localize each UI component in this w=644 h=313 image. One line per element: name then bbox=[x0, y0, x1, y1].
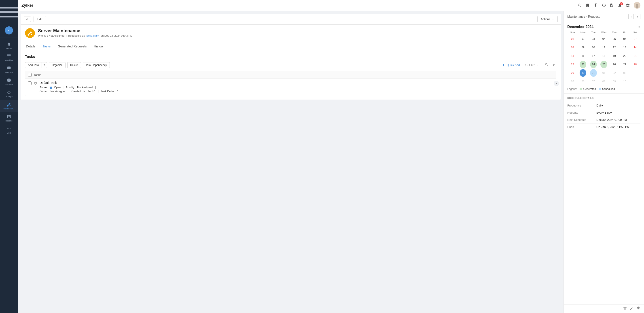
actions-button[interactable]: Actions bbox=[537, 16, 558, 22]
panel-next-button[interactable]: › bbox=[635, 14, 640, 19]
sidebar-item-problems[interactable]: Problems bbox=[0, 76, 18, 88]
table-search-button[interactable] bbox=[544, 62, 549, 68]
cal-day-31[interactable]: 31 bbox=[590, 69, 597, 77]
tasks-section-title: Tasks bbox=[25, 55, 556, 59]
legend-generated-dot bbox=[580, 88, 582, 90]
cal-day-next-07[interactable]: 07 bbox=[590, 78, 597, 85]
notifications-icon[interactable]: 1 bbox=[618, 3, 622, 8]
task-checkbox[interactable] bbox=[28, 81, 32, 85]
cal-day-02[interactable]: 02 bbox=[580, 35, 586, 43]
edit-button[interactable]: Edit bbox=[34, 16, 46, 22]
bookmark-icon[interactable] bbox=[586, 3, 590, 8]
expand-column-button[interactable]: › bbox=[554, 81, 559, 86]
cal-day-09[interactable]: 09 bbox=[580, 44, 586, 51]
cal-day-next-02[interactable]: 02 bbox=[611, 69, 618, 77]
next-page-button[interactable]: › bbox=[540, 63, 542, 67]
requested-by-link[interactable]: Bella Mark bbox=[86, 34, 99, 37]
cal-day-next-05[interactable]: 05 bbox=[569, 78, 576, 85]
hamburger-menu[interactable] bbox=[0, 0, 18, 24]
cal-day-19[interactable]: 19 bbox=[611, 52, 618, 60]
sidebar-item-reports[interactable]: Reports bbox=[0, 112, 18, 124]
cal-day-next-08[interactable]: 08 bbox=[600, 78, 607, 85]
calendar-next-button[interactable]: › bbox=[639, 25, 640, 29]
cal-day-03[interactable]: 03 bbox=[590, 35, 597, 43]
cal-day-08[interactable]: 08 bbox=[569, 44, 576, 51]
tab-generated-requests[interactable]: Generated Requests bbox=[57, 42, 88, 51]
panel-header: Maintenance - Request ‹ › bbox=[564, 11, 644, 22]
add-task-dropdown[interactable]: ▾ bbox=[42, 62, 47, 68]
history-icon[interactable] bbox=[602, 3, 606, 8]
status-dot bbox=[50, 87, 52, 89]
sidebar-item-more[interactable]: More bbox=[0, 124, 18, 136]
prev-page-button[interactable]: ‹ bbox=[537, 63, 539, 67]
panel-prev-button[interactable]: ‹ bbox=[628, 14, 634, 19]
settings-icon[interactable] bbox=[626, 3, 630, 8]
cal-day-12[interactable]: 12 bbox=[611, 44, 618, 51]
delete-button[interactable]: Delete bbox=[67, 62, 81, 68]
panel-nav: ‹ › bbox=[628, 14, 640, 19]
tab-tasks[interactable]: Tasks bbox=[42, 42, 52, 51]
cal-day-23[interactable]: 23 bbox=[580, 61, 586, 68]
cal-day-16[interactable]: 16 bbox=[580, 52, 586, 60]
add-task-button[interactable]: Add Task bbox=[25, 62, 42, 68]
lightbulb-icon[interactable] bbox=[636, 306, 640, 311]
cal-day-28[interactable]: 28 bbox=[632, 61, 639, 68]
search-icon[interactable] bbox=[577, 3, 582, 8]
cal-day-next-03[interactable]: 03 bbox=[622, 69, 628, 77]
cal-day-14[interactable]: 14 bbox=[632, 44, 639, 51]
cal-day-17[interactable]: 17 bbox=[590, 52, 597, 60]
sidebar-item-changes[interactable]: Changes bbox=[0, 88, 18, 100]
cal-day-07[interactable]: 07 bbox=[632, 35, 639, 43]
cal-day-29[interactable]: 29 bbox=[569, 69, 576, 77]
sidebar-label-reports: Reports bbox=[5, 120, 12, 122]
edit-icon[interactable] bbox=[630, 306, 634, 311]
cal-day-01[interactable]: 01 bbox=[569, 35, 576, 43]
back-button[interactable] bbox=[24, 17, 31, 22]
tab-details[interactable]: Details bbox=[25, 42, 36, 51]
right-panel: Maintenance - Request ‹ › December 2024 … bbox=[564, 11, 644, 313]
avatar[interactable] bbox=[634, 2, 640, 9]
cal-day-21[interactable]: 21 bbox=[632, 52, 639, 60]
sidebar-item-home[interactable]: Home bbox=[0, 40, 18, 52]
task-info: Default Task Status : Open | Priority : … bbox=[40, 81, 554, 94]
cal-day-04[interactable]: 04 bbox=[600, 35, 607, 43]
lightning-icon[interactable] bbox=[594, 3, 598, 8]
sidebar-item-activities[interactable]: Activities bbox=[0, 52, 18, 64]
calendar-prev-button[interactable]: ‹ bbox=[638, 25, 639, 29]
cal-day-27[interactable]: 27 bbox=[622, 61, 628, 68]
cal-day-10[interactable]: 10 bbox=[590, 44, 597, 51]
sidebar-item-requests[interactable]: Requests bbox=[0, 64, 18, 76]
task-dependency-button[interactable]: Task Dependency bbox=[83, 62, 110, 68]
cal-day-15[interactable]: 15 bbox=[569, 52, 576, 60]
columns-button[interactable] bbox=[551, 62, 556, 68]
cal-day-13[interactable]: 13 bbox=[622, 44, 628, 51]
request-info: Server Maintenance Priority : Not Assign… bbox=[38, 28, 132, 37]
sidebar-item-maintenance[interactable]: Maintenan... bbox=[0, 100, 18, 112]
task-settings-icon[interactable] bbox=[34, 81, 37, 86]
cal-day-25[interactable]: 25 bbox=[600, 61, 607, 68]
cal-day-06[interactable]: 06 bbox=[622, 35, 628, 43]
cal-day-next-01[interactable]: 01 bbox=[600, 69, 607, 77]
cal-day-05[interactable]: 05 bbox=[611, 35, 618, 43]
cal-day-11[interactable]: 11 bbox=[600, 44, 607, 51]
cal-day-24[interactable]: 24 bbox=[590, 61, 597, 68]
request-header: Server Maintenance Priority : Not Assign… bbox=[20, 25, 561, 42]
accessibility-icon[interactable] bbox=[623, 306, 627, 311]
svg-point-5 bbox=[636, 4, 638, 6]
cal-day-next-06[interactable]: 06 bbox=[580, 78, 586, 85]
organize-button[interactable]: Organize bbox=[49, 62, 66, 68]
select-all-checkbox[interactable] bbox=[28, 73, 32, 77]
topbar: Zylker 1 bbox=[18, 0, 644, 11]
tab-history[interactable]: History bbox=[93, 42, 105, 51]
cal-day-22[interactable]: 22 bbox=[569, 61, 576, 68]
detail-ends: Ends On Jan 2, 2025 11:59 PM bbox=[567, 124, 640, 130]
request-title: Server Maintenance bbox=[38, 28, 132, 33]
cal-day-next-10[interactable]: 10 bbox=[622, 78, 628, 85]
cal-day-20[interactable]: 20 bbox=[622, 52, 628, 60]
cal-day-26[interactable]: 26 bbox=[611, 61, 618, 68]
cal-day-18[interactable]: 18 bbox=[600, 52, 607, 60]
cal-day-next-09[interactable]: 09 bbox=[611, 78, 618, 85]
cal-day-30[interactable]: 30 bbox=[580, 69, 586, 77]
document-icon[interactable] bbox=[610, 3, 614, 8]
quick-add-button[interactable]: Quick Add bbox=[499, 62, 523, 68]
